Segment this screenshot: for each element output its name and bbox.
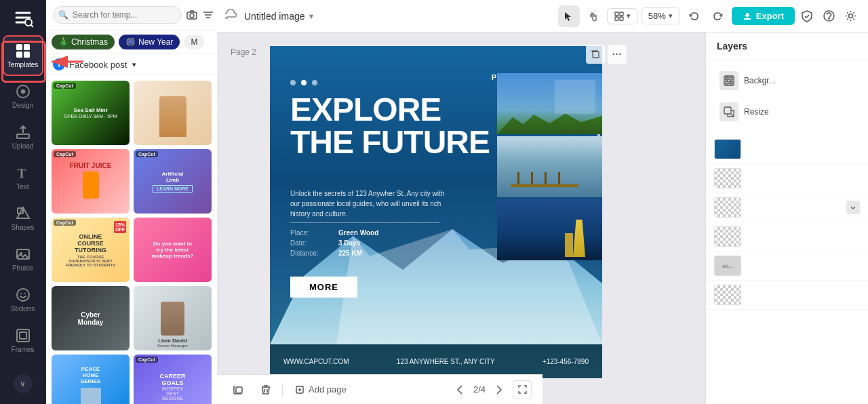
prev-page-btn[interactable] (450, 380, 469, 399)
fullscreen-btn[interactable] (513, 380, 532, 399)
place-label: Place: (290, 229, 328, 237)
add-page-label: Add page (309, 384, 347, 395)
search-input[interactable] (53, 6, 182, 24)
distance-label: Distance: (290, 249, 328, 257)
sidebar-item-text[interactable]: T Text (3, 157, 43, 198)
layer-thumb-2 (714, 168, 741, 188)
sidebar-item-photos-label: Photos (12, 264, 33, 272)
layer-item-4[interactable] (706, 222, 868, 251)
sidebar-item-shapes[interactable]: Shapes (3, 198, 43, 239)
layout-btn[interactable]: ▾ (607, 8, 638, 24)
canvas-wrapper: Page 2 ··· (217, 33, 705, 404)
sidebar-item-stickers[interactable]: Stickers (3, 279, 43, 320)
svg-point-34 (828, 18, 829, 19)
page-more-btn[interactable]: ··· (608, 45, 627, 64)
help-btn[interactable] (819, 7, 838, 26)
date-value: 3 Days (338, 239, 360, 247)
shield-btn[interactable] (797, 7, 816, 26)
redo-btn[interactable] (707, 5, 729, 27)
document-title[interactable]: Untitled image ▼ (244, 11, 315, 22)
sidebar-item-upload[interactable]: Upload (3, 117, 43, 157)
layer-item-5[interactable]: ab... (706, 251, 868, 281)
zoom-control[interactable]: 58% ▾ (641, 7, 680, 24)
layer-thumb-1 (714, 139, 741, 159)
background-btn[interactable]: Backgr... (713, 66, 861, 96)
sidebar-collapse-btn[interactable]: ∨ (14, 374, 33, 393)
topbar-tools: ▾ 58% ▾ (558, 5, 860, 27)
export-button[interactable]: Export (732, 7, 795, 25)
template-card-4[interactable]: CapCut ArtificialLimb LEARN MORE (134, 149, 212, 214)
template-card-1[interactable]: CapCut Sea Salt MintOPEN DAILY 9AM - 5PM (52, 81, 130, 145)
template-card-9[interactable]: PEACEHOMESERIES (52, 355, 130, 404)
tab-more[interactable]: M (184, 35, 204, 49)
canvas-dots (290, 80, 317, 85)
dot-3 (312, 80, 317, 85)
page-copy-btn[interactable] (586, 45, 605, 64)
template-preview-3: CapCut FRUIT JUICE (52, 149, 130, 214)
pointer-tool-btn[interactable] (558, 5, 580, 27)
layer-expand-icon[interactable] (846, 201, 860, 214)
delete-page-btn[interactable] (255, 379, 277, 401)
camera-search-icon[interactable] (186, 5, 198, 24)
layers-list: ab... (706, 132, 868, 404)
category-tabs: 🎄 Christmas 🎆 New Year M (46, 31, 217, 54)
resize-btn[interactable]: Resize (713, 97, 861, 127)
template-card-5[interactable]: CapCut 15%OFF ONLINECOURSETUTORING THE C… (52, 218, 130, 282)
svg-rect-28 (615, 12, 618, 16)
template-card-2[interactable] (134, 81, 212, 145)
search-bar: 🔍 (46, 0, 217, 31)
zoom-value: 58% (648, 11, 666, 21)
svg-rect-6 (24, 44, 30, 50)
tab-christmas[interactable]: 🎄 Christmas (52, 35, 115, 49)
tab-new-year[interactable]: 🎆 New Year (119, 35, 180, 49)
duplicate-page-btn[interactable] (228, 379, 250, 401)
template-card-3[interactable]: CapCut FRUIT JUICE (52, 149, 130, 214)
hand-tool-btn[interactable] (583, 5, 604, 27)
template-card-10[interactable]: CapCut CAREERGOALS INDEPENDENTDESIGNE ↗ (134, 355, 212, 404)
undo-btn[interactable] (683, 5, 705, 27)
detail-row-place: Place: Green Wood (290, 229, 378, 237)
layer-item-1[interactable] (706, 135, 868, 164)
template-card-7[interactable]: CyberMonday (52, 286, 130, 350)
capcut-badge-10: CapCut (136, 357, 158, 363)
sidebar-item-frames[interactable]: Frames (3, 320, 43, 361)
templates-panel: 🔍 🎄 Christmas 🎆 New Year (46, 0, 217, 404)
sidebar-item-design[interactable]: Design (3, 76, 43, 117)
more-button[interactable]: MORE (290, 277, 357, 298)
add-page-btn[interactable]: Add page (288, 382, 353, 397)
settings-btn[interactable] (841, 7, 860, 26)
svg-rect-10 (17, 134, 29, 138)
sidebar-item-templates-label: Templates (7, 61, 39, 68)
date-label: Date: (290, 239, 328, 247)
svg-text:T: T (18, 167, 26, 180)
right-panel-header: Layers (706, 33, 868, 60)
layer-thumb-4 (714, 226, 741, 247)
layer-thumb-5: ab... (714, 256, 741, 276)
bottom-toolbar: Add page 2/4 (217, 374, 542, 404)
design-canvas[interactable]: PLACE SELECTION EXPLORE THE FUTURE Unloc… (270, 46, 602, 378)
svg-point-35 (848, 14, 852, 18)
search-wrapper: 🔍 (53, 6, 182, 24)
layer-item-2[interactable] (706, 164, 868, 193)
canvas-details: Place: Green Wood Date: 3 Days Distance: (290, 229, 378, 257)
svg-rect-45 (730, 77, 732, 80)
canvas-photo-3 (497, 199, 602, 260)
svg-point-19 (24, 293, 26, 294)
canvas-bottom-bar: WWW.CAPCUT.COM 123 ANYWHERE ST., ANY CIT… (270, 344, 602, 378)
template-card-8[interactable]: Liam David Senior Manager (134, 286, 212, 350)
facebook-post-dropdown[interactable]: f Facebook post ▾ (46, 54, 217, 75)
sidebar-item-templates[interactable]: Templates (3, 35, 43, 76)
filter-icon[interactable] (202, 5, 214, 24)
template-preview-9: PEACEHOMESERIES (52, 355, 130, 404)
sidebar-item-photos[interactable]: Photos (3, 239, 43, 279)
next-page-btn[interactable] (490, 380, 509, 399)
new-year-label: New Year (138, 37, 173, 47)
capcut-badge: CapCut (54, 83, 76, 89)
layer-item-3[interactable] (706, 193, 868, 222)
place-value: Green Wood (338, 229, 378, 237)
template-preview-10: CapCut CAREERGOALS INDEPENDENTDESIGNE ↗ (134, 355, 212, 404)
template-card-6[interactable]: Do you want totry the latestmakeup trend… (134, 218, 212, 282)
layer-item-6[interactable] (706, 281, 868, 310)
canvas-title: EXPLORE THE FUTURE (290, 94, 490, 159)
app-logo[interactable] (11, 5, 35, 30)
